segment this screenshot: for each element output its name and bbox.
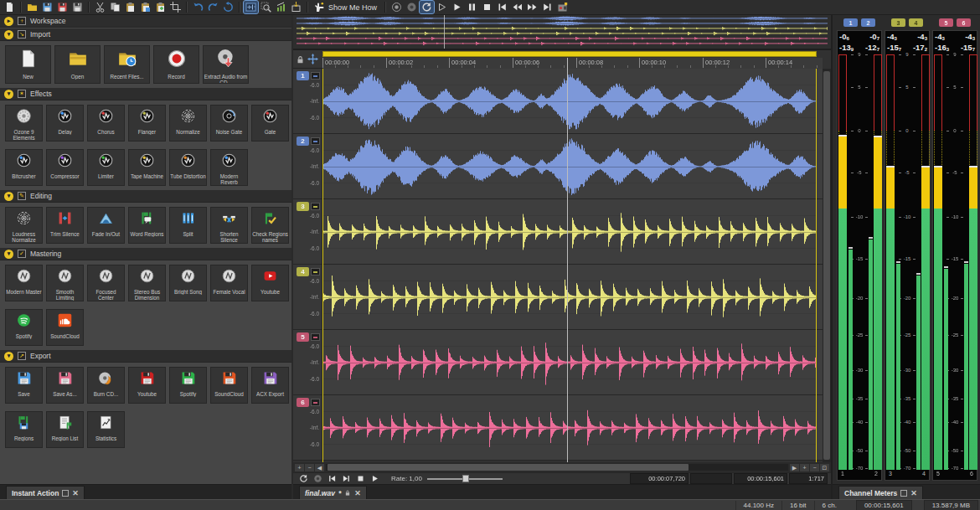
save-as-button[interactable] bbox=[55, 1, 70, 13]
track-3-canvas[interactable] bbox=[322, 200, 817, 264]
close-file-icon[interactable]: ✕ bbox=[354, 491, 361, 496]
tile-loudness-normalize[interactable]: Loudness Normalize bbox=[5, 207, 43, 244]
tile-soundcloud[interactable]: SoundCloud bbox=[210, 367, 248, 404]
tile-soundcloud[interactable]: SoundCloud bbox=[46, 309, 84, 346]
cut-button[interactable] bbox=[93, 1, 107, 13]
tile-compressor[interactable]: Compressor bbox=[46, 149, 84, 186]
zoom-in-button[interactable]: + bbox=[800, 464, 809, 471]
trim-crop-button[interactable] bbox=[168, 1, 183, 13]
instant-action-toggle-button[interactable] bbox=[244, 1, 258, 13]
tile-open[interactable]: Open bbox=[54, 45, 101, 84]
copy-button[interactable] bbox=[108, 1, 122, 13]
tile-focused-center[interactable]: Focused Center bbox=[87, 265, 125, 301]
record-options-button[interactable] bbox=[405, 1, 419, 13]
track-5-waveform[interactable] bbox=[322, 330, 817, 394]
go-to-end-button[interactable] bbox=[540, 1, 554, 13]
time-selection-field[interactable] bbox=[690, 473, 732, 484]
tile-statistics[interactable]: Statistics bbox=[87, 411, 125, 448]
track-1-badge[interactable]: 1 bbox=[297, 71, 309, 80]
track-1-canvas[interactable] bbox=[322, 70, 817, 133]
tile-record[interactable]: Record bbox=[153, 45, 199, 84]
tile-recent-files[interactable]: Recent Files... bbox=[104, 45, 150, 84]
tile-regions[interactable]: Regions bbox=[5, 411, 43, 448]
time-length-field[interactable]: 00:00:15,601 bbox=[734, 473, 787, 484]
track-6-badge[interactable]: 6 bbox=[297, 398, 309, 407]
time-ruler[interactable]: 00:00:0000:00:0200:00:0400:00:0600:00:08… bbox=[322, 58, 823, 70]
tile-spotify[interactable]: Spotify bbox=[169, 367, 207, 404]
time-position-field[interactable]: 00:00:07,720 bbox=[630, 473, 689, 484]
track-2-minimize-button[interactable] bbox=[311, 137, 320, 145]
go-to-start-transport-button[interactable] bbox=[326, 474, 338, 484]
h-scroll-thumb[interactable] bbox=[328, 464, 689, 471]
section-expand-icon[interactable]: ▾ bbox=[4, 30, 13, 39]
section-header-import[interactable]: ▾↘Import bbox=[0, 28, 291, 41]
loop-mode-button[interactable] bbox=[297, 474, 310, 484]
rate-slider[interactable] bbox=[427, 475, 503, 483]
pause-button[interactable] bbox=[465, 1, 479, 13]
tab-instant-action[interactable]: Instant Action ✕ bbox=[6, 486, 85, 499]
track-2-canvas[interactable] bbox=[322, 135, 817, 198]
track-3-waveform[interactable] bbox=[322, 199, 817, 264]
tile-modern-reverb[interactable]: Modern Reverb bbox=[210, 149, 248, 186]
track-2-waveform[interactable] bbox=[322, 134, 817, 198]
scroll-left-button[interactable]: ◀ bbox=[315, 464, 324, 471]
track-6-waveform[interactable] bbox=[322, 395, 817, 460]
zoom-ratio-field[interactable]: 1:717 bbox=[789, 473, 828, 484]
float-meters-icon[interactable] bbox=[900, 490, 907, 497]
track-4-waveform[interactable] bbox=[322, 265, 817, 329]
stop-button[interactable] bbox=[480, 1, 494, 13]
paste-button[interactable] bbox=[123, 1, 137, 13]
track-5-canvas[interactable] bbox=[322, 331, 817, 394]
section-header-effects[interactable]: ▾✶Effects bbox=[0, 88, 291, 100]
go-to-end-transport-button[interactable] bbox=[340, 474, 353, 484]
record-button[interactable] bbox=[389, 1, 404, 13]
track-6-minimize-button[interactable] bbox=[311, 399, 320, 406]
loop-playback-button[interactable] bbox=[420, 1, 434, 13]
redo-button[interactable] bbox=[206, 1, 220, 13]
overview-waveforms[interactable] bbox=[293, 15, 831, 47]
track-4-minimize-button[interactable] bbox=[311, 268, 320, 276]
tile-ozone-9-elements[interactable]: Ozone 9 Elements bbox=[5, 105, 43, 142]
tile-normalize[interactable]: Normalize bbox=[169, 105, 207, 142]
section-header-export[interactable]: ▾↗Export bbox=[0, 350, 291, 363]
tile-youtube[interactable]: Youtube bbox=[251, 265, 289, 301]
tile-stereo-bus-dimension[interactable]: Stereo Bus Dimension bbox=[128, 265, 166, 301]
tile-limiter[interactable]: Limiter bbox=[87, 149, 125, 186]
stop-transport-button[interactable] bbox=[354, 474, 367, 484]
section-header-mastering[interactable]: ▾✓Mastering bbox=[0, 248, 291, 260]
repeat-button[interactable] bbox=[221, 1, 235, 13]
vertical-scroll-thumb[interactable] bbox=[823, 71, 830, 460]
track-4-badge[interactable]: 4 bbox=[297, 267, 309, 276]
section-header-editing[interactable]: ▾✎Editing bbox=[0, 190, 291, 203]
track-4-canvas[interactable] bbox=[322, 265, 817, 329]
tile-new[interactable]: New bbox=[5, 45, 51, 84]
section-collapse-icon[interactable]: ▸ bbox=[4, 17, 13, 26]
tile-female-vocal[interactable]: Female Vocal bbox=[210, 265, 248, 301]
section-expand-icon[interactable]: ▾ bbox=[4, 90, 13, 99]
tile-shorten-silence[interactable]: Shorten Silence bbox=[210, 207, 248, 244]
tile-smooth-limiting[interactable]: Smooth Limiting bbox=[46, 265, 84, 301]
vertical-scrollbar[interactable] bbox=[823, 69, 831, 462]
tile-check-regions-names[interactable]: Check Regions names bbox=[251, 207, 289, 244]
tile-acx-export[interactable]: ACX Export bbox=[251, 367, 289, 404]
tile-bitcrusher[interactable]: Bitcrusher bbox=[5, 149, 43, 186]
open-button[interactable] bbox=[25, 1, 39, 13]
fast-forward-button[interactable] bbox=[525, 1, 539, 13]
show-me-how-label[interactable]: Show Me How bbox=[328, 3, 377, 12]
overview-playhead[interactable] bbox=[444, 15, 445, 49]
tile-modern-master[interactable]: Modern Master bbox=[5, 265, 43, 301]
tile-split[interactable]: Split bbox=[169, 207, 207, 244]
save-all-button[interactable] bbox=[70, 1, 85, 13]
scroll-right-button[interactable]: ▶ bbox=[790, 464, 799, 471]
lock-icon[interactable] bbox=[296, 54, 305, 64]
go-to-start-button[interactable] bbox=[495, 1, 509, 13]
tab-final-wav[interactable]: final.wav * ✕ bbox=[299, 486, 367, 499]
paste-special-button[interactable] bbox=[138, 1, 152, 13]
zoom-in-h-button[interactable]: + bbox=[295, 464, 304, 471]
tile-tape-machine[interactable]: Tape Machine bbox=[128, 149, 166, 186]
tile-region-list[interactable]: Region List bbox=[46, 411, 84, 448]
track-3-minimize-button[interactable] bbox=[311, 203, 320, 210]
tile-trim-silence[interactable]: Trim Silence bbox=[46, 207, 84, 244]
tile-youtube[interactable]: Youtube bbox=[128, 367, 166, 404]
tile-flanger[interactable]: Flanger bbox=[128, 105, 166, 142]
